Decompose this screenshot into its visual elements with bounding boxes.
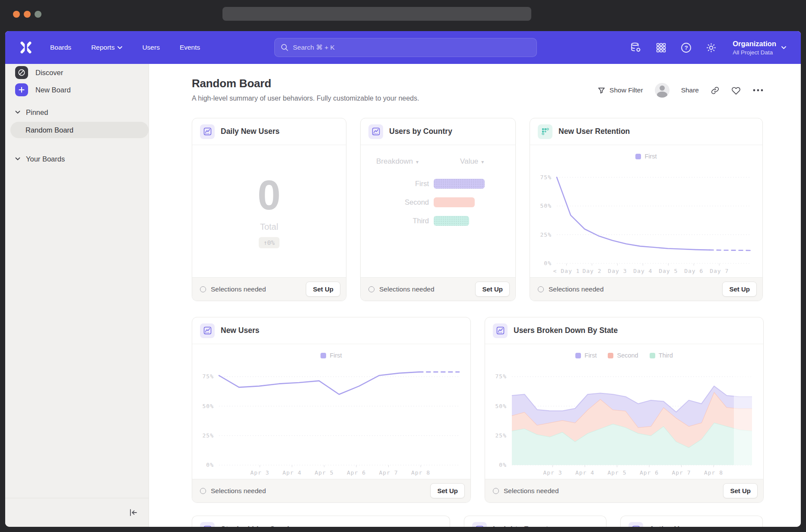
nav-item-events[interactable]: Events xyxy=(180,44,200,51)
org-scope: All Project Data xyxy=(733,49,776,56)
set-up-button[interactable]: Set Up xyxy=(722,282,757,297)
svg-text:25%: 25% xyxy=(540,231,552,238)
window-control-close[interactable] xyxy=(13,11,20,18)
window-controls xyxy=(13,11,41,18)
set-up-button[interactable]: Set Up xyxy=(723,483,758,498)
settings-button[interactable] xyxy=(705,41,717,54)
legend-label: First xyxy=(330,352,342,359)
sidebar-section-pinned[interactable]: Pinned xyxy=(11,104,143,121)
chart-legend: First xyxy=(530,151,762,162)
share-button[interactable]: Share xyxy=(681,86,699,94)
legend-item: First xyxy=(320,352,342,359)
set-up-button[interactable]: Set Up xyxy=(306,282,340,297)
status-text: Selections needed xyxy=(493,487,559,495)
sidebar-item-new-board[interactable]: New Board xyxy=(11,81,143,98)
global-search[interactable] xyxy=(274,38,537,57)
data-management-button[interactable] xyxy=(630,41,642,54)
window-control-minimize[interactable] xyxy=(24,11,31,18)
sidebar-section-label: Your Boards xyxy=(26,155,65,163)
avatar[interactable] xyxy=(655,83,670,98)
window-control-maximize[interactable] xyxy=(35,11,41,18)
card-title: New Users xyxy=(221,326,260,335)
bar-label: Third xyxy=(361,217,429,225)
nav-item-users[interactable]: Users xyxy=(142,44,159,51)
search-input[interactable] xyxy=(293,44,530,51)
page-title: Random Board xyxy=(192,77,419,90)
legend-label: Second xyxy=(617,352,638,359)
card-daily-new-users: Daily New Users 0 Total ↑0% Selections n… xyxy=(192,118,346,301)
line-chart-icon xyxy=(200,522,215,527)
svg-text:Day 5: Day 5 xyxy=(659,268,678,274)
card-active-users: Active Users xyxy=(620,516,763,527)
legend-item: Second xyxy=(608,352,638,359)
apps-grid-button[interactable] xyxy=(655,41,667,54)
svg-text:Apr 4: Apr 4 xyxy=(575,469,594,476)
svg-text:Day 6: Day 6 xyxy=(684,268,703,274)
svg-text:0%: 0% xyxy=(544,260,552,266)
svg-text:Day 4: Day 4 xyxy=(633,268,652,274)
heart-icon xyxy=(731,86,741,95)
bar-first xyxy=(434,179,485,189)
chevron-down-icon xyxy=(15,157,20,161)
card-footer: Selections needed Set Up xyxy=(192,277,346,301)
caret-down-icon: ▾ xyxy=(481,159,484,165)
page-subtitle: A high-level summary of user behaviors. … xyxy=(192,95,419,102)
address-bar[interactable] xyxy=(222,7,531,21)
sidebar-section-your-boards[interactable]: Your Boards xyxy=(11,150,143,168)
legend-item: First xyxy=(575,352,597,359)
favorite-button[interactable] xyxy=(731,86,741,95)
svg-text:0%: 0% xyxy=(206,462,214,468)
retention-line-chart: 0%25%50%75%< Day 1Day 2Day 3Day 4Day 5Da… xyxy=(533,162,758,276)
show-filter-button[interactable]: Show Filter xyxy=(597,86,643,95)
org-switcher[interactable]: Organization All Project Data xyxy=(733,40,786,56)
copy-link-button[interactable] xyxy=(711,86,720,95)
bar-second xyxy=(434,197,475,207)
metric-label: Total xyxy=(260,222,278,232)
org-text: Organization All Project Data xyxy=(733,40,776,56)
status-text: Selections needed xyxy=(200,487,266,495)
line-chart-icon xyxy=(200,323,215,338)
card-title: Insights Report xyxy=(493,525,548,527)
card-header: Daily New Users xyxy=(192,118,346,145)
mixpanel-logo-icon[interactable] xyxy=(20,41,32,54)
svg-text:75%: 75% xyxy=(495,373,507,380)
sidebar-item-label: Discover xyxy=(35,69,63,77)
card-footer: Selections needed Set Up xyxy=(485,479,763,502)
ellipsis-icon xyxy=(752,89,764,92)
set-up-button[interactable]: Set Up xyxy=(430,483,465,498)
svg-text:25%: 25% xyxy=(203,432,214,439)
sidebar-item-discover[interactable]: Discover xyxy=(11,64,143,81)
help-button[interactable]: ? xyxy=(680,41,692,54)
card-new-user-retention: New User Retention First 0%25%50%75%< Da… xyxy=(530,118,763,301)
legend-swatch-icon xyxy=(320,353,326,358)
card-header: New User Retention xyxy=(530,118,762,145)
status-text: Selections needed xyxy=(200,285,266,293)
line-chart-icon xyxy=(628,522,643,527)
svg-text:75%: 75% xyxy=(540,174,552,180)
status-circle-icon xyxy=(200,488,206,494)
card-title: Stacked Line Graph xyxy=(221,525,292,527)
nav-item-label: Users xyxy=(142,44,159,51)
chart-legend: FirstSecondThird xyxy=(485,350,763,361)
legend-label: First xyxy=(584,352,597,359)
card-footer: Selections needed Set Up xyxy=(530,277,762,301)
value-dropdown[interactable]: Value▾ xyxy=(460,157,484,166)
nav-item-boards[interactable]: Boards xyxy=(50,44,71,51)
sidebar-item-label: Random Board xyxy=(25,126,73,134)
svg-text:Apr 7: Apr 7 xyxy=(672,469,691,476)
page-title-block: Random Board A high-level summary of use… xyxy=(192,77,419,102)
more-options-button[interactable] xyxy=(752,89,764,92)
collapse-sidebar-icon[interactable] xyxy=(129,508,138,517)
sidebar-item-random-board[interactable]: Random Board xyxy=(10,122,149,138)
breakdown-dropdown[interactable]: Breakdown▾ xyxy=(376,157,419,166)
legend-swatch-icon xyxy=(575,353,581,358)
svg-text:Day 7: Day 7 xyxy=(710,268,729,274)
line-chart-icon xyxy=(368,124,383,139)
bar-third xyxy=(434,216,469,226)
svg-text:0%: 0% xyxy=(499,462,507,468)
set-up-button[interactable]: Set Up xyxy=(475,282,510,297)
sidebar-section-label: Pinned xyxy=(26,108,48,117)
window-titlebar xyxy=(0,0,806,31)
card-users-by-state: Users Broken Down By State FirstSecondTh… xyxy=(485,317,764,503)
nav-item-reports[interactable]: Reports xyxy=(91,44,122,51)
